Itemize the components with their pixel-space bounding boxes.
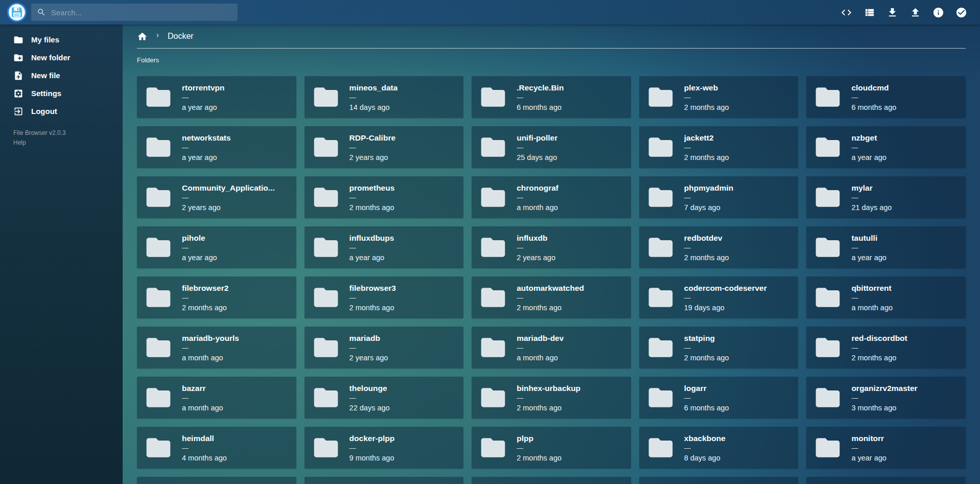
folder-card[interactable]: thelounge — 22 days ago (305, 377, 464, 419)
folder-name: mariadb-dev (517, 333, 564, 343)
folder-card[interactable]: unifi-poller — 25 days ago (472, 126, 631, 168)
breadcrumb-home-button[interactable] (137, 31, 148, 42)
folder-card[interactable]: heimdall — 4 months ago (137, 427, 296, 469)
folder-card[interactable]: statping — 2 months ago (639, 327, 799, 368)
folder-icon (144, 433, 173, 462)
code-view-button[interactable] (835, 4, 858, 21)
folder-size: — (517, 344, 564, 351)
folder-card[interactable]: minecraft (472, 477, 631, 484)
sidebar-footer: File Browser v2.0.3 Help (0, 128, 123, 148)
folder-card[interactable]: binhex-urbackup — 2 months ago (472, 377, 631, 419)
folder-name: rtorrentvpn (182, 83, 225, 93)
search-input[interactable] (51, 8, 232, 17)
search-bar[interactable] (31, 4, 238, 21)
folder-card[interactable]: codimd (806, 477, 966, 484)
folder-icon (813, 383, 842, 412)
folder-name: logarr (684, 383, 729, 393)
folder-card[interactable]: xbackbone — 8 days ago (639, 427, 799, 469)
sidebar-item-settings[interactable]: Settings (0, 84, 123, 102)
folder-size: — (349, 445, 395, 451)
folder-meta: unifi-poller — 25 days ago (517, 133, 557, 162)
folder-card[interactable]: tautulli — a year ago (806, 226, 966, 268)
folder-modified: a month ago (182, 353, 239, 362)
folder-card[interactable]: filebrowser2 — 2 months ago (137, 276, 296, 318)
folder-card[interactable]: cloudcmd — 6 months ago (806, 76, 966, 118)
folder-card[interactable]: influxdbups — a year ago (305, 226, 464, 268)
folder-size: — (349, 94, 398, 101)
select-multiple-button[interactable] (950, 4, 973, 21)
folder-size: — (684, 344, 729, 351)
folder-icon (144, 233, 173, 262)
folder-icon (312, 183, 340, 212)
app-logo[interactable] (7, 3, 27, 22)
folder-card[interactable]: automarkwatched — 2 months ago (472, 276, 631, 318)
folder-size: — (851, 344, 907, 351)
folder-modified: 21 days ago (851, 203, 892, 212)
folder-icon (13, 35, 24, 45)
folder-card[interactable]: mariadb-yourls — a month ago (137, 327, 296, 368)
folder-card[interactable]: plex-web — 2 months ago (639, 76, 799, 118)
folder-meta: phpmyadmin — 7 days ago (684, 183, 733, 212)
folder-card[interactable]: networkstats — a year ago (137, 126, 296, 168)
folder-name: filebrowser2 (182, 283, 228, 293)
folder-modified: 2 months ago (851, 353, 907, 362)
folder-card[interactable]: plpp — 2 months ago (472, 427, 631, 469)
sidebar-item-label: My files (31, 35, 59, 44)
folder-modified: 2 months ago (517, 453, 562, 463)
folder-name: phpmyadmin (684, 183, 733, 193)
folder-card[interactable]: influxdb — 2 years ago (472, 226, 631, 268)
folder-meta: networkstats — a year ago (182, 133, 231, 162)
folder-card[interactable]: phpmyadmin — 7 days ago (639, 176, 799, 218)
folder-name: red-discordbot (851, 333, 907, 343)
folder-card[interactable]: mariadb-dev — a month ago (472, 327, 631, 368)
folder-card[interactable]: qbittorrent — a month ago (806, 276, 966, 318)
folder-card[interactable]: pihole — a year ago (137, 226, 296, 268)
sidebar-item-new-folder[interactable]: New folder (0, 49, 123, 66)
folder-card[interactable]: mariadb — 2 years ago (305, 327, 464, 368)
folder-size: — (182, 194, 275, 201)
folder-card[interactable]: mylar — 21 days ago (806, 176, 966, 218)
folder-card[interactable]: mineos_data — 14 days ago (305, 76, 464, 118)
folder-card[interactable]: Community_Applicatio... — 2 years ago (137, 176, 296, 218)
folder-card[interactable]: organizrv2master — 3 months ago (806, 377, 966, 419)
folder-card[interactable]: docker-plpp — 9 months ago (305, 427, 464, 469)
folder-icon (479, 133, 507, 162)
help-link[interactable]: Help (13, 138, 26, 148)
folder-card[interactable]: rtorrentvpn — a year ago (137, 76, 296, 118)
folder-card[interactable]: red-discordbot — 2 months ago (806, 327, 966, 368)
breadcrumb-current: Docker (168, 32, 194, 41)
folder-card[interactable]: redbotdev — 2 months ago (639, 226, 799, 268)
sidebar-item-new-file[interactable]: New file (0, 66, 123, 84)
folder-card[interactable]: chronograf — a month ago (472, 176, 631, 218)
info-button[interactable] (927, 4, 950, 21)
folder-modified: 6 months ago (684, 403, 729, 412)
folder-card[interactable]: mineos (639, 477, 799, 484)
folder-meta: .Recycle.Bin — 6 months ago (517, 83, 564, 112)
folder-meta: influxdbups — a year ago (349, 233, 394, 262)
folder-card[interactable]: bazarr — a month ago (137, 377, 296, 419)
folder-card[interactable]: RDP-Calibre — 2 years ago (305, 126, 464, 168)
upload-button[interactable] (904, 4, 927, 21)
folder-card[interactable]: nzbget — a year ago (806, 126, 966, 168)
folder-card[interactable]: .Recycle.Bin — 6 months ago (472, 76, 631, 118)
folder-card[interactable]: logarr — 6 months ago (639, 377, 799, 419)
folder-card[interactable]: organizr (305, 477, 464, 484)
folder-card[interactable]: code-server (137, 477, 296, 484)
folder-name: pihole (182, 233, 217, 243)
folder-card[interactable]: codercom-codeserver — 19 days ago (639, 276, 799, 318)
folder-icon (813, 333, 842, 362)
folder-meta: pihole — a year ago (182, 233, 217, 262)
download-button[interactable] (881, 4, 904, 21)
folder-card[interactable]: filebrowser3 — 2 months ago (305, 276, 464, 318)
folder-card[interactable]: prometheus — 2 months ago (305, 176, 464, 218)
folder-meta: Community_Applicatio... — 2 years ago (182, 183, 275, 212)
list-view-button[interactable] (858, 4, 881, 21)
folder-name: influxdbups (349, 233, 394, 243)
folder-card[interactable]: monitorr — a year ago (806, 427, 966, 469)
folder-icon (312, 433, 340, 462)
sidebar-item-my-files[interactable]: My files (0, 31, 123, 49)
sidebar-item-logout[interactable]: Logout (0, 102, 123, 120)
folder-icon (813, 233, 842, 262)
code-icon (841, 7, 852, 18)
folder-card[interactable]: jackett2 — 2 months ago (639, 126, 799, 168)
